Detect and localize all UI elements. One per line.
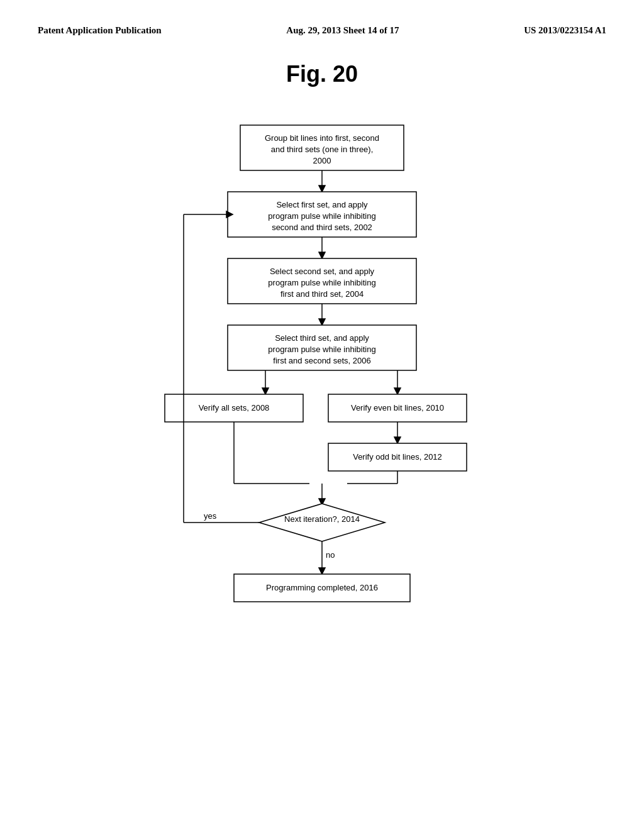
svg-marker-5 [319,319,325,325]
figure-title: Fig. 20 [38,61,606,87]
svg-marker-3 [319,252,325,258]
node-2014-text-1: Next iteration?, 2014 [284,514,360,524]
node-2006-text-1: Select third set, and apply [275,333,369,343]
node-2012-text: Verify odd bit lines, 2012 [353,452,442,462]
flowchart: text { font-family: Arial, sans-serif; f… [96,119,548,735]
header-center: Aug. 29, 2013 Sheet 14 of 17 [286,25,399,36]
header-right: US 2013/0223154 A1 [524,25,606,36]
node-2004-text-1: Select second set, and apply [270,267,375,276]
label-no: no [326,550,335,560]
svg-marker-7 [262,388,269,394]
node-2004-text-2: program pulse while inhibiting [268,278,375,287]
node-2002-text-2: program pulse while inhibiting [268,211,375,221]
svg-marker-11 [394,437,401,443]
node-2000-text-2: and third sets (one in three), [271,145,374,154]
svg-marker-9 [394,388,401,394]
node-2004-text-3: first and third set, 2004 [280,289,364,299]
node-2008-text: Verify all sets, 2008 [199,403,270,412]
node-2002-text-3: second and third sets, 2002 [272,223,372,232]
node-2002-text-1: Select first set, and apply [276,200,368,209]
header: Patent Application Publication Aug. 29, … [38,25,606,36]
header-left: Patent Application Publication [38,25,162,36]
page: Patent Application Publication Aug. 29, … [0,0,644,830]
label-yes: yes [204,511,217,521]
svg-marker-1 [319,185,325,192]
svg-marker-23 [319,568,325,574]
node-2010-text: Verify even bit lines, 2010 [351,403,444,412]
node-2000-text-1: Group bit lines into first, second [265,133,379,143]
node-2006-text-2: program pulse while inhibiting [268,345,375,354]
node-2016-text: Programming completed, 2016 [266,583,378,592]
node-2000-text-3: 2000 [313,156,331,165]
node-2006-text-3: first and second sets, 2006 [273,356,370,365]
